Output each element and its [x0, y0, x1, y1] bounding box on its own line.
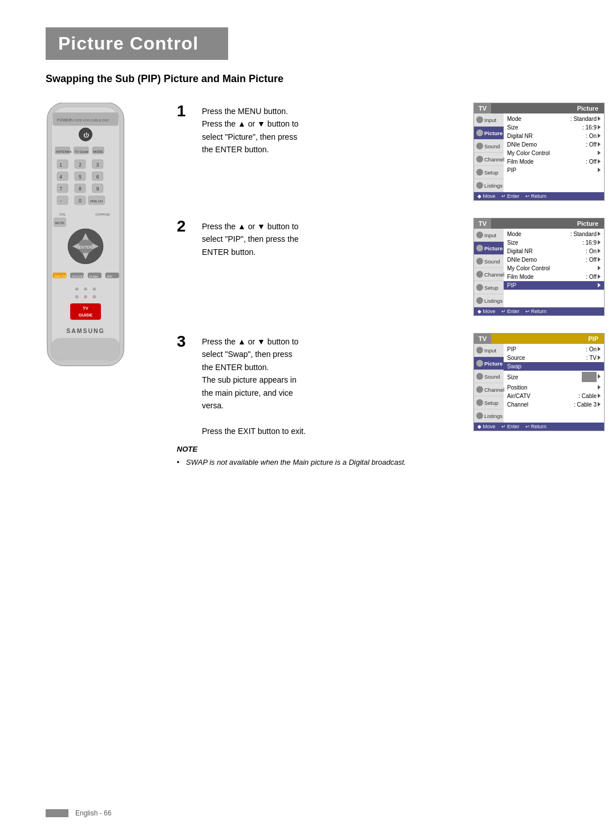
menu-header: TV Picture [474, 103, 604, 113]
nav-icon-setup [476, 399, 483, 406]
svg-rect-66 [51, 338, 119, 360]
nav-icon-picture [476, 129, 483, 136]
menu-header: TV Picture [474, 218, 604, 229]
menu-nav-sound: Sound [474, 255, 504, 268]
menu-row-label: DNIe Demo [507, 141, 537, 148]
menu-nav-sound: Sound [474, 140, 504, 153]
menu-content: PIP : On Source : TV Swap Size [504, 344, 604, 423]
menu-row: Mode : Standard [504, 230, 604, 238]
menu-row-value: : Cable [578, 393, 601, 399]
step-2-menu: TV Picture Input Picture [473, 218, 605, 316]
menu-nav-input: Input [474, 113, 504, 127]
menu-sidebar: Input Picture Sound [474, 344, 604, 423]
footer-text: English - 66 [75, 809, 111, 817]
menu-row-value: : 16:9 [582, 240, 601, 246]
svg-text:3: 3 [96, 162, 99, 168]
step-1-number: 1 [177, 103, 193, 120]
menu-nav: Input Picture Sound [474, 229, 504, 307]
svg-text:TV STB VCR CABLE DVD: TV STB VCR CABLE DVD [70, 119, 109, 122]
remote-control-image: POWER TV STB VCR CABLE DVD ⏻ ANTENNA TV … [34, 103, 160, 399]
arrow-icon [598, 347, 601, 351]
menu-row: My Color Control [504, 149, 604, 157]
menu-nav-listings: Listings [474, 409, 504, 423]
svg-text:MODE: MODE [93, 150, 103, 153]
menu-nav: Input Picture Sound [474, 344, 504, 423]
svg-text:TV: TV [83, 306, 89, 311]
menu-nav-channel: Channel [474, 153, 504, 166]
menu-row: DNIe Demo : Off [504, 255, 604, 264]
menu-row: Digital NR : On [504, 132, 604, 140]
page-title-banner: Picture Control [46, 27, 228, 60]
menu-nav-channel: Channel [474, 383, 504, 396]
arrow-icon [598, 249, 601, 253]
step-3: 3Press the ▲ or ▼ button toselect "Swap"… [177, 333, 605, 437]
nav-icon-listings [476, 182, 483, 189]
menu-nav-picture: Picture [474, 127, 504, 140]
arrow-icon [598, 125, 601, 129]
menu-nav-picture: Picture [474, 357, 504, 370]
menu-footer: ◆ Move ↵ Enter ↩ Return [474, 307, 604, 315]
arrow-icon [598, 374, 601, 379]
menu-box-1: TV Picture Input Picture [473, 103, 605, 201]
menu-row: Film Mode : Off [504, 157, 604, 166]
menu-row-label: Source [507, 355, 525, 361]
steps-area: 1Press the MENU button.Press the ▲ or ▼ … [177, 103, 605, 455]
menu-row-value: : Standard [570, 231, 601, 237]
menu-row-value: : Standard [570, 116, 601, 122]
svg-text:6: 6 [96, 174, 99, 180]
menu-title-label: Picture [491, 218, 604, 229]
nav-icon-channel [476, 271, 483, 278]
nav-icon-input [476, 232, 483, 238]
menu-row-label: Film Mode [507, 274, 534, 280]
menu-row-label: Size [507, 124, 518, 131]
footer-move: ◆ Move [477, 424, 496, 429]
menu-tv-label: TV [474, 103, 491, 113]
svg-text:1: 1 [59, 162, 62, 168]
nav-icon-input [476, 347, 483, 354]
menu-row-label: Size [507, 374, 518, 380]
nav-icon-setup [476, 284, 483, 291]
svg-text:POWER: POWER [57, 118, 72, 122]
arrow-icon [598, 151, 601, 155]
svg-point-58 [93, 287, 96, 291]
note-title: NOTE [177, 445, 519, 453]
menu-nav-input: Input [474, 344, 504, 357]
menu-row: Digital NR : On [504, 247, 604, 255]
step-2-text: Press the ▲ or ▼ button toselect "PIP", … [202, 218, 464, 258]
menu-nav-setup: Setup [474, 281, 504, 294]
menu-tv-label: TV [474, 334, 491, 344]
nav-icon-setup [476, 169, 483, 176]
menu-row: DNIe Demo : Off [504, 140, 604, 149]
menu-row: Film Mode : Off [504, 273, 604, 281]
menu-row-label: Channel [507, 401, 528, 408]
svg-text:MUTE: MUTE [55, 221, 64, 225]
menu-row-label: PIP [507, 282, 516, 289]
svg-text:4: 4 [59, 174, 62, 180]
menu-content: Mode : Standard Size : 16:9 Digital NR :… [504, 229, 604, 307]
step-3-menu: TV PIP Input Picture [473, 333, 605, 431]
menu-row-label: DNIe Demo [507, 257, 537, 263]
step-2: 2Press the ▲ or ▼ button toselect "PIP",… [177, 218, 605, 316]
arrow-icon [598, 283, 601, 287]
menu-row-value: : On [586, 133, 601, 139]
menu-row-label: Film Mode [507, 159, 534, 165]
arrow-icon [598, 159, 601, 164]
menu-row-value: : Off [586, 141, 601, 148]
nav-icon-listings [476, 412, 483, 419]
svg-text:PRE-CH: PRE-CH [90, 200, 103, 203]
menu-nav-setup: Setup [474, 396, 504, 409]
menu-row-label: PIP [507, 167, 516, 173]
menu-row: PIP [504, 281, 604, 290]
menu-row: Air/CATV : Cable [504, 392, 604, 400]
svg-text:ANTENNA: ANTENNA [56, 150, 72, 153]
menu-row-value [597, 265, 601, 271]
menu-row-value: : TV [586, 355, 601, 361]
menu-nav-listings: Listings [474, 179, 504, 192]
arrow-icon [598, 266, 601, 270]
menu-row-label: Mode [507, 231, 521, 237]
menu-nav-picture: Picture [474, 242, 504, 255]
svg-text:VOL: VOL [59, 213, 66, 216]
svg-text:FAV CH: FAV CH [54, 275, 66, 278]
menu-tv-label: TV [474, 218, 491, 229]
menu-box-3: TV PIP Input Picture [473, 333, 605, 431]
